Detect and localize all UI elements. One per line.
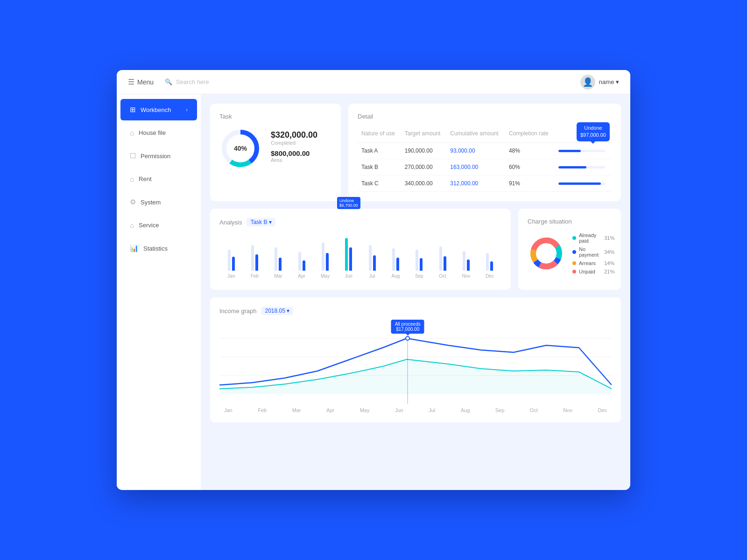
income-title: Income graph: [219, 308, 257, 315]
top-row: Task 40% $320,000.00 Comple: [210, 104, 621, 201]
sidebar-item-statistics[interactable]: 📊 Statistics: [120, 238, 197, 259]
progress-cell: [555, 159, 612, 175]
vertical-line: [408, 340, 408, 404]
bar-pair: [322, 233, 329, 271]
bar-month: Jul: [369, 273, 375, 279]
task-amounts: $320,000.00 Completed $800,000.00 Aims: [271, 130, 317, 167]
charge-body: Already paid 31% No payment 34% Arrears …: [528, 232, 612, 274]
tooltip-dot: [405, 336, 410, 341]
user-name: name ▾: [599, 78, 619, 85]
sidebar-item-service[interactable]: ⌂ Service: [120, 215, 197, 236]
analysis-filter[interactable]: Task B ▾: [247, 218, 275, 226]
bar-pair: [228, 233, 235, 271]
bar-pair: [392, 233, 399, 271]
bar-group: Aug: [384, 233, 407, 279]
bar-dark: [444, 256, 446, 271]
workbench-icon: ⊞: [130, 105, 136, 114]
bar-pair: [275, 233, 282, 271]
bar-month: Aug: [392, 273, 400, 279]
sidebar-item-system[interactable]: ⚙ System: [120, 191, 197, 213]
legend-dot: [572, 270, 576, 273]
cumulative-amount: 312,000.00: [446, 175, 505, 192]
bar-month: Feb: [251, 273, 259, 279]
x-axis-label: Nov: [563, 407, 572, 413]
hamburger-icon: ☰: [128, 77, 134, 86]
x-axis-label: Oct: [530, 407, 538, 413]
bar-group: Apr: [290, 233, 313, 279]
sidebar: ⊞ Workbench › ⌂ House file ☐ Permission …: [117, 94, 201, 490]
legend-label: Arrears: [579, 260, 596, 266]
bar-tooltip: Undone$6,700.00: [337, 197, 360, 209]
nav-menu[interactable]: ☰ Menu: [128, 77, 154, 86]
bar-light: [251, 245, 254, 271]
charge-donut: [528, 235, 565, 272]
sidebar-label-system: System: [141, 199, 161, 206]
charge-title: Charge situation: [528, 218, 612, 225]
income-header: Income graph 2018.05 ▾: [219, 307, 612, 315]
completion-rate: 91%: [505, 175, 555, 192]
cumulative-amount: 163,000.00: [446, 159, 505, 175]
bar-pair: [416, 233, 423, 271]
bar-light: [439, 246, 442, 271]
legend-item: Unpaid 21%: [572, 269, 614, 274]
detail-tooltip-label: Undone: [584, 125, 602, 131]
bar-light: [486, 253, 489, 271]
bar-pair: [251, 233, 258, 271]
bar-month: Jun: [345, 273, 352, 279]
bar-pair: [439, 233, 446, 271]
progress-cell: [555, 175, 612, 192]
legend-dot: [572, 261, 576, 265]
svg-marker-11: [219, 359, 612, 394]
total-amount: $800,000.00: [271, 149, 317, 157]
progress-cell: [555, 143, 612, 159]
detail-card-title: Detail: [358, 113, 612, 120]
bar-month: Oct: [439, 273, 446, 279]
detail-table: Nature of use Target amount Cumulative a…: [358, 127, 612, 192]
bar-dark: [420, 258, 423, 271]
bar-pair: [486, 233, 493, 271]
avatar: 👤: [580, 75, 595, 90]
detail-tooltip-value: $97,000.00: [580, 132, 606, 138]
legend-label: Already paid: [579, 232, 599, 244]
bar-light: [322, 243, 324, 271]
app-window: ☰ Menu 🔍 Search here 👤 name ▾ ⊞ Workbenc…: [117, 70, 630, 490]
bar-month: Nov: [462, 273, 471, 279]
bar-group: Nov: [454, 233, 478, 279]
completed-label: Completed: [271, 140, 317, 146]
bar-pair: [463, 233, 470, 271]
col-cumulative: Cumulative amount: [446, 127, 505, 143]
bar-group: Sep: [408, 233, 431, 279]
bar-month: May: [321, 273, 330, 279]
bar-light: [345, 238, 348, 271]
sidebar-label-rent: Rent: [139, 175, 151, 182]
x-axis-label: Sep: [495, 407, 505, 413]
task-card-title: Task: [219, 113, 331, 120]
task-body: 40% $320,000.00 Completed $800,000.00 Ai…: [219, 127, 331, 169]
task-card: Task 40% $320,000.00 Comple: [210, 104, 341, 201]
x-axis-label: Mar: [292, 407, 301, 413]
charge-card: Charge situation: [518, 209, 621, 290]
legend-pct: 34%: [601, 249, 614, 255]
bar-group: Oct: [431, 233, 454, 279]
bar-dark: [490, 261, 493, 271]
legend-pct: 31%: [601, 235, 614, 241]
income-date[interactable]: 2018.05 ▾: [261, 307, 294, 315]
sidebar-item-permission[interactable]: ☐ Permission: [120, 145, 197, 167]
income-tooltip: All proceeds $17,000.00: [391, 320, 424, 334]
permission-icon: ☐: [130, 152, 136, 160]
bar-group: Jul: [360, 233, 384, 279]
bar-dark: [326, 253, 329, 271]
legend-pct: 14%: [601, 260, 614, 266]
search-bar: 🔍 Search here: [165, 78, 580, 85]
sidebar-item-house-file[interactable]: ⌂ House file: [120, 122, 197, 143]
sidebar-item-rent[interactable]: ⌂ Rent: [120, 168, 197, 189]
rent-icon: ⌂: [130, 175, 134, 183]
col-rate: Completion rate: [505, 127, 555, 143]
nav-user[interactable]: 👤 name ▾: [580, 75, 619, 90]
app-body: ⊞ Workbench › ⌂ House file ☐ Permission …: [117, 94, 630, 490]
bar-pair: [345, 233, 352, 271]
sidebar-label-statistics: Statistics: [143, 245, 168, 252]
sidebar-label-workbench: Workbench: [141, 106, 171, 113]
chevron-icon: ›: [186, 107, 188, 112]
sidebar-item-workbench[interactable]: ⊞ Workbench ›: [120, 99, 197, 120]
